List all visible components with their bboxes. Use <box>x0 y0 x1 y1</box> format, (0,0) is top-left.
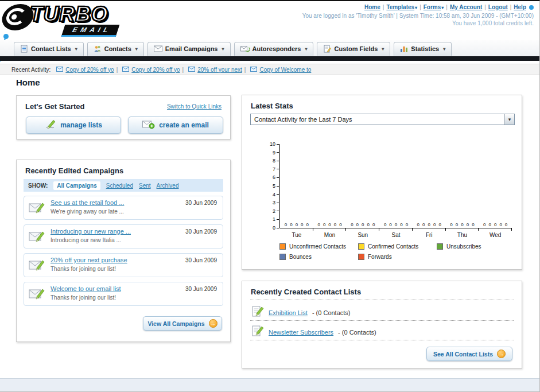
app-window: TURBO EMAIL Home|Templates▾|Forms▾|My Ac… <box>0 0 540 392</box>
campaign-title-link[interactable]: Welcome to our email list <box>50 285 121 292</box>
header-link-help[interactable]: Help <box>514 4 526 10</box>
separator: | <box>419 4 421 10</box>
dotted-divider <box>250 340 514 340</box>
filter-sent[interactable]: Sent <box>139 183 151 189</box>
y-tick: 10 <box>262 141 279 147</box>
x-axis-label: Thu <box>446 232 479 238</box>
legend-swatch-icon <box>279 254 286 260</box>
legend-item: Confirmed Contacts <box>358 243 437 250</box>
legend-item: Bounces <box>279 254 358 260</box>
legend-swatch-icon <box>358 254 364 260</box>
contact-list-count: - (0 Contacts) <box>312 309 351 316</box>
recent-activity-item[interactable]: Copy of Welcome to <box>250 67 311 73</box>
list-edit-icon <box>251 325 264 340</box>
x-axis-labels: TueMonSunSatFriThuWed <box>280 232 512 238</box>
arrow-right-icon: → <box>497 350 506 358</box>
header-link-forms[interactable]: Forms <box>424 4 441 10</box>
contacts-icon <box>94 45 102 53</box>
y-tick: 3 <box>262 200 279 205</box>
nav-tab-label: Autoresponders <box>252 45 301 52</box>
y-tick: 0 <box>262 225 279 231</box>
nav-tab-email-campaigns[interactable]: Email Campaigns ▾ <box>147 42 231 56</box>
show-label: SHOW: <box>28 183 48 189</box>
x-axis-label: Sat <box>379 232 413 238</box>
manage-lists-button[interactable]: manage lists <box>26 117 121 134</box>
x-axis-label: Sun <box>346 232 379 238</box>
logo-turbo-text: TURBO <box>30 4 118 24</box>
chevron-down-icon: ▾ <box>222 46 224 52</box>
separator: | <box>182 67 184 73</box>
stats-title: Latest Stats <box>251 102 293 110</box>
get-started-panel: Let's Get Started Switch to Quick Links … <box>16 95 231 139</box>
campaign-title-link[interactable]: See us at the retail food ... <box>50 199 124 206</box>
campaign-title-link[interactable]: 20% off your next purchase <box>50 257 127 263</box>
email-campaigns-icon <box>154 45 162 52</box>
filter-scheduled[interactable]: Scheduled <box>106 183 133 189</box>
nav-tab-contacts[interactable]: Contacts ▾ <box>87 42 144 56</box>
view-all-campaigns-button[interactable]: View All Campaigns → <box>143 316 222 331</box>
see-all-contact-lists-button[interactable]: See All Contact Lists → <box>426 347 512 361</box>
chevron-down-icon: ▾ <box>135 46 138 52</box>
campaign-row[interactable]: 20% off your next purchase Thanks for jo… <box>24 253 223 277</box>
x-axis-label: Wed <box>479 232 512 238</box>
contact-list-item[interactable]: Exhibition List - (0 Contacts) <box>251 305 351 320</box>
legend-item: Unconfirmed Contacts <box>279 243 358 250</box>
custom-fields-icon <box>323 45 331 53</box>
email-icon <box>188 67 195 73</box>
nav-tab-custom-fields[interactable]: Custom Fields ▾ <box>317 42 390 56</box>
stats-chart: 109876543210 000000000000000000000000000… <box>279 144 512 228</box>
stats-period-select[interactable]: Contact Activity for the Last 7 Days ▾ <box>250 114 515 125</box>
campaign-edit-icon <box>29 201 45 216</box>
see-all-contact-lists-label: See All Contact Lists <box>433 351 493 358</box>
header-link-my-account[interactable]: My Account <box>450 4 482 10</box>
filter-archived[interactable]: Archived <box>157 183 179 189</box>
campaign-subtitle: We're giving away our late ... <box>50 208 124 215</box>
main-nav: Contact Lists ▾ Contacts ▾ Email Campaig… <box>14 42 452 56</box>
chevron-down-icon: ▾ <box>441 5 444 10</box>
contact-list-name[interactable]: Newsletter Subscribers <box>269 329 333 336</box>
chart-value-labels: 00000000000000000000000000000000000 <box>280 222 512 227</box>
recent-activity-item[interactable]: 20% off your next <box>188 67 242 73</box>
campaign-row[interactable]: Introducing our new range ... Introducin… <box>24 224 223 249</box>
campaign-row[interactable]: See us at the retail food ... We're givi… <box>24 196 223 220</box>
header-links: Home|Templates▾|Forms▾|My Account|Logout… <box>302 4 534 10</box>
dropdown-arrow-icon: ▾ <box>504 114 514 125</box>
recent-activity-item[interactable]: Copy of 20% off yo <box>56 67 114 73</box>
campaign-date: 30 Jun 2009 <box>185 257 217 263</box>
y-tick: 1 <box>262 216 279 222</box>
list-edit-icon <box>251 305 264 320</box>
value-label-group: 00000 <box>413 222 446 227</box>
header-link-templates[interactable]: Templates <box>386 4 414 10</box>
new-email-icon <box>142 120 155 131</box>
manage-lists-label: manage lists <box>60 121 102 129</box>
separator: | <box>446 4 448 10</box>
campaign-subtitle: Thanks for joining our list! <box>50 294 116 301</box>
campaign-row[interactable]: Welcome to our email list Thanks for joi… <box>24 282 223 306</box>
chevron-down-icon: ▾ <box>415 5 417 10</box>
nav-tab-autoresponders[interactable]: Autoresponders ▾ <box>234 42 314 56</box>
legend-label: Confirmed Contacts <box>368 243 418 250</box>
y-tick: 2 <box>262 208 279 214</box>
latest-stats-panel: Latest Stats Contact Activity for the La… <box>242 95 522 270</box>
nav-tab-contact-lists[interactable]: Contact Lists ▾ <box>14 42 84 56</box>
filter-all-campaigns[interactable]: All Campaigns <box>53 181 100 190</box>
create-email-label: create an email <box>159 121 209 129</box>
turbo-email-logo[interactable]: TURBO EMAIL <box>2 4 118 37</box>
chevron-down-icon: ▾ <box>305 46 307 52</box>
nav-tab-label: Email Campaigns <box>165 45 218 52</box>
contact-list-name[interactable]: Exhibition List <box>269 309 308 316</box>
separator: | <box>383 4 384 10</box>
contact-list-item[interactable]: Newsletter Subscribers - (0 Contacts) <box>251 325 376 340</box>
nav-tab-statistics[interactable]: Statistics ▾ <box>394 42 452 56</box>
create-email-button[interactable]: create an email <box>128 117 223 134</box>
value-label-group: 00000 <box>479 222 512 227</box>
y-tick: 7 <box>262 166 279 172</box>
header-link-home[interactable]: Home <box>364 4 380 10</box>
switch-to-quick-links[interactable]: Switch to Quick Links <box>167 103 222 110</box>
header-link-logout[interactable]: Logout <box>488 4 508 10</box>
legend-swatch-icon <box>279 243 286 250</box>
recent-activity-item[interactable]: Copy of 20% off yo <box>122 67 180 73</box>
view-all-campaigns-label: View All Campaigns <box>147 320 204 327</box>
email-icon <box>250 67 257 73</box>
campaign-title-link[interactable]: Introducing our new range ... <box>50 228 131 235</box>
